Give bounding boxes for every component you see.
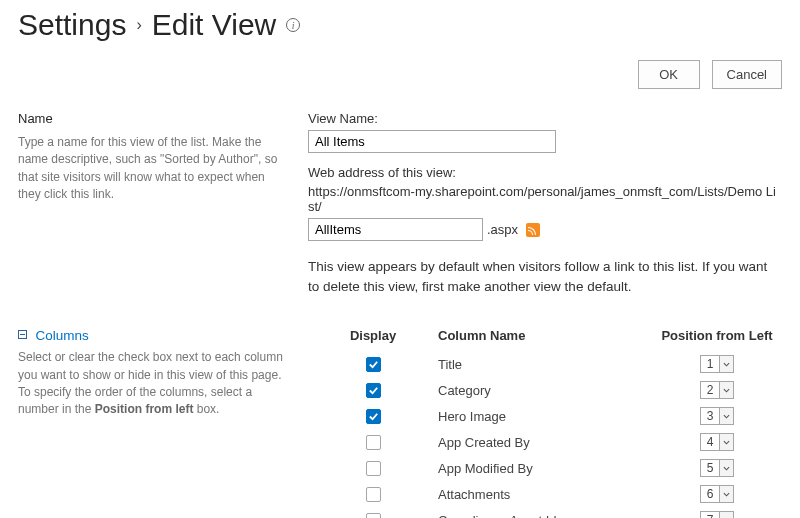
display-checkbox[interactable] xyxy=(366,461,381,476)
position-select[interactable]: 3 xyxy=(700,407,735,425)
column-name-cell: App Modified By xyxy=(438,461,652,476)
position-select[interactable]: 6 xyxy=(700,485,735,503)
display-checkbox[interactable] xyxy=(366,487,381,502)
columns-header-display: Display xyxy=(308,328,438,343)
breadcrumb-current: Edit View xyxy=(152,8,277,42)
ok-button[interactable]: OK xyxy=(638,60,700,89)
column-name-cell: Category xyxy=(438,383,652,398)
breadcrumb-separator: › xyxy=(136,16,141,34)
url-suffix: .aspx xyxy=(487,222,518,237)
table-row: Title1 xyxy=(308,351,782,377)
page-title: Settings › Edit View i xyxy=(18,8,782,42)
display-checkbox[interactable] xyxy=(366,409,381,424)
column-name-cell: Attachments xyxy=(438,487,652,502)
column-name-cell: Title xyxy=(438,357,652,372)
name-section: Name Type a name for this view of the li… xyxy=(18,111,782,296)
position-select[interactable]: 7 xyxy=(700,511,735,518)
columns-section-heading[interactable]: Columns xyxy=(35,328,88,343)
chevron-down-icon xyxy=(719,408,733,424)
column-name-cell: Hero Image xyxy=(438,409,652,424)
chevron-down-icon xyxy=(719,512,733,518)
web-address-base: https://onmsftcom-my.sharepoint.com/pers… xyxy=(308,184,782,214)
table-row: Hero Image3 xyxy=(308,403,782,429)
columns-section: Columns Select or clear the check box ne… xyxy=(18,328,782,518)
chevron-down-icon xyxy=(719,486,733,502)
web-address-label: Web address of this view: xyxy=(308,165,782,180)
columns-table: Display Column Name Position from Left T… xyxy=(308,328,782,518)
action-button-row: OK Cancel xyxy=(18,60,782,89)
table-row: Compliance Asset Id7 xyxy=(308,507,782,518)
chevron-down-icon xyxy=(719,382,733,398)
view-name-input[interactable] xyxy=(308,130,556,153)
chevron-down-icon xyxy=(719,356,733,372)
position-select[interactable]: 4 xyxy=(700,433,735,451)
display-checkbox[interactable] xyxy=(366,435,381,450)
position-select[interactable]: 1 xyxy=(700,355,735,373)
collapse-icon[interactable] xyxy=(18,330,27,339)
name-section-heading: Name xyxy=(18,111,288,126)
info-icon[interactable]: i xyxy=(286,18,300,32)
cancel-button[interactable]: Cancel xyxy=(712,60,782,89)
url-slug-input[interactable] xyxy=(308,218,483,241)
columns-help-text: Select or clear the check box next to ea… xyxy=(18,349,288,419)
table-row: Attachments6 xyxy=(308,481,782,507)
position-select[interactable]: 5 xyxy=(700,459,735,477)
name-help-text: Type a name for this view of the list. M… xyxy=(18,134,288,204)
position-select[interactable]: 2 xyxy=(700,381,735,399)
table-row: App Created By4 xyxy=(308,429,782,455)
display-checkbox[interactable] xyxy=(366,513,381,518)
table-row: App Modified By5 xyxy=(308,455,782,481)
chevron-down-icon xyxy=(719,460,733,476)
columns-header-name: Column Name xyxy=(438,328,652,343)
default-view-note: This view appears by default when visito… xyxy=(308,257,782,296)
column-name-cell: App Created By xyxy=(438,435,652,450)
rss-icon[interactable] xyxy=(526,223,540,237)
column-name-cell: Compliance Asset Id xyxy=(438,513,652,518)
display-checkbox[interactable] xyxy=(366,357,381,372)
columns-header-position: Position from Left xyxy=(652,328,782,343)
chevron-down-icon xyxy=(719,434,733,450)
display-checkbox[interactable] xyxy=(366,383,381,398)
table-row: Category2 xyxy=(308,377,782,403)
view-name-label: View Name: xyxy=(308,111,782,126)
breadcrumb-root[interactable]: Settings xyxy=(18,8,126,42)
